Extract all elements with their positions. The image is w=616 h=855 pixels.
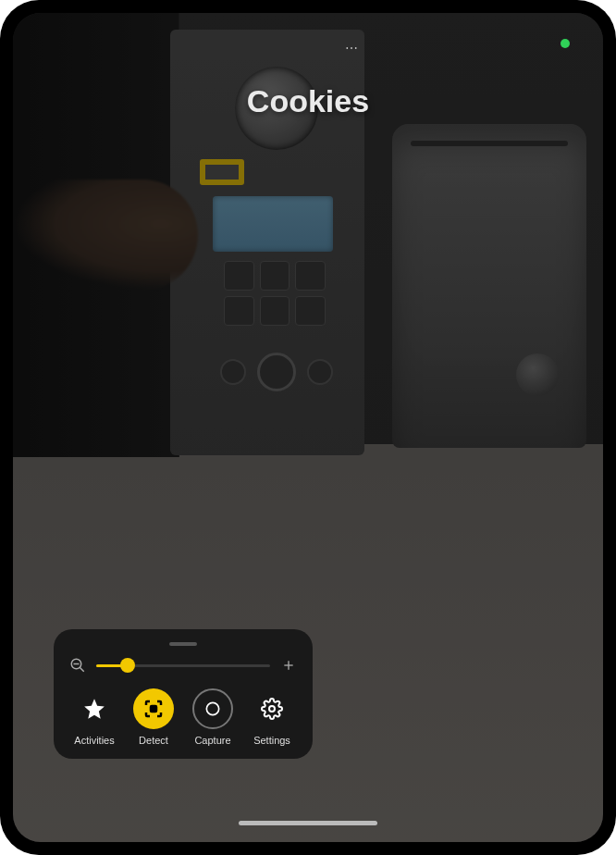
magnifier-control-panel[interactable]: Activities Detect	[54, 629, 313, 759]
mode-label: Activities	[74, 735, 114, 746]
mode-settings[interactable]: Settings	[246, 688, 298, 746]
mode-label: Detect	[139, 735, 168, 746]
more-menu-icon[interactable]: ⋯	[345, 41, 360, 56]
svg-line-1	[80, 667, 84, 672]
svg-rect-5	[151, 706, 156, 712]
zoom-slider[interactable]	[96, 664, 270, 667]
star-icon	[74, 688, 115, 729]
mode-label: Capture	[194, 735, 230, 746]
mode-capture[interactable]: Capture	[187, 688, 239, 746]
appliance-start-row	[207, 344, 346, 400]
mode-label: Settings	[253, 735, 290, 746]
capture-icon	[192, 688, 233, 729]
gear-icon	[252, 688, 292, 729]
zoom-slider-thumb[interactable]	[120, 658, 135, 673]
mode-buttons: Activities Detect	[68, 688, 298, 746]
appliance-button-cluster	[224, 261, 326, 326]
mode-activities[interactable]: Activities	[68, 688, 120, 746]
detected-text-title: Cookies	[13, 83, 603, 119]
zoom-out-icon[interactable]	[68, 657, 87, 674]
svg-point-7	[269, 706, 275, 712]
hand-pointing	[13, 180, 198, 291]
camera-active-indicator	[561, 39, 570, 48]
panel-drag-handle[interactable]	[169, 642, 197, 646]
svg-point-6	[206, 702, 218, 714]
appliance-lcd	[213, 196, 333, 252]
zoom-slider-row	[68, 657, 298, 674]
home-indicator[interactable]	[239, 821, 377, 825]
detect-icon	[133, 688, 174, 729]
ipad-frame: ⋯ Cookies	[0, 0, 616, 855]
toaster	[392, 124, 586, 448]
screen: ⋯ Cookies	[13, 13, 603, 842]
zoom-in-icon[interactable]	[279, 658, 298, 673]
detection-highlight	[200, 159, 244, 185]
mode-detect[interactable]: Detect	[128, 688, 179, 746]
